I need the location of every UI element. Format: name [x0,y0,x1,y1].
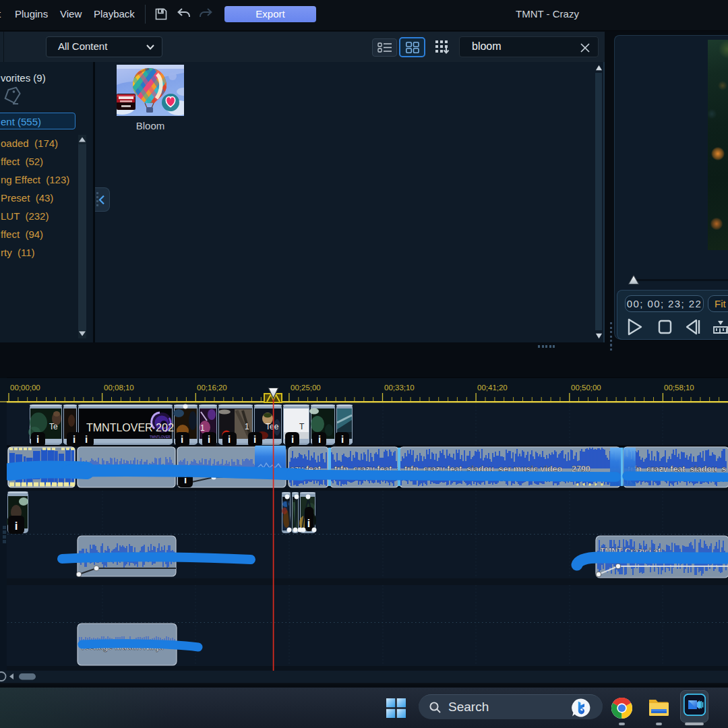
svg-text:i: i [307,518,310,529]
svg-text:Te: Te [49,422,58,431]
svg-text:00;08;10: 00;08;10 [104,384,134,392]
svg-text:i: i [15,520,18,533]
svg-text:00;25;00: 00;25;00 [291,384,321,392]
svg-text:1: 1 [245,422,249,431]
svg-text:i: i [291,433,294,445]
svg-text:00;41;20: 00;41;20 [477,384,508,392]
svg-text:i: i [318,433,321,445]
svg-text:i: i [253,433,256,445]
svg-text:TMNTLOVER 202: TMNTLOVER 202 [86,422,174,433]
svg-text:i: i [341,433,344,445]
svg-text:i: i [181,433,183,445]
svg-text:i: i [73,433,75,445]
svg-text:00;16;20: 00;16;20 [197,384,227,392]
svg-text:TMNTLOVER: TMNTLOVER [150,435,171,439]
svg-text:Tee: Tee [266,422,279,431]
svg-text:00;50;00: 00;50;00 [571,384,601,392]
svg-text:00;33;10: 00;33;10 [384,384,415,392]
svg-text:i: i [228,433,231,445]
svg-text:i: i [85,433,88,445]
svg-text:00;58;10: 00;58;10 [664,384,694,392]
svg-text:T: T [299,422,305,431]
svg-text:i: i [208,433,210,445]
svg-text:i: i [36,433,39,445]
svg-text:1: 1 [200,423,205,433]
svg-text:00;00;00: 00;00;00 [10,384,40,392]
